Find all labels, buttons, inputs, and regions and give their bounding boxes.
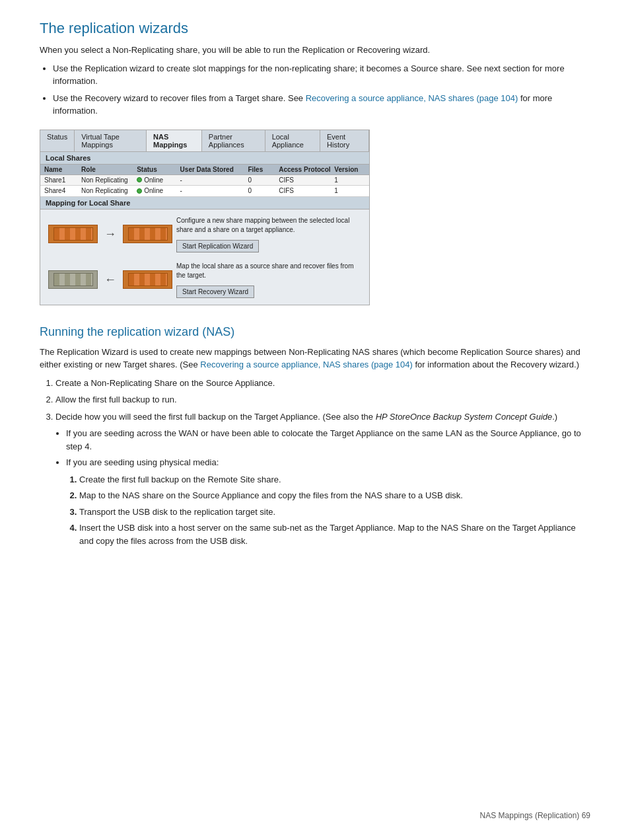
recovery-desc-area: Map the local share as a source share an… xyxy=(176,262,361,298)
col-header-role: Role xyxy=(81,166,137,173)
step3-sub-bullets: If you are seeding across the WAN or hav… xyxy=(66,427,590,547)
local-shares-label: Local Shares xyxy=(40,152,369,165)
physical-step-1: Create the first full backup on the Remo… xyxy=(79,473,590,486)
row1-data: - xyxy=(180,176,248,184)
tab-partner[interactable]: Partner Appliances xyxy=(202,130,265,151)
target-icon xyxy=(123,225,172,243)
replication-desc-text: Configure a new share mapping between th… xyxy=(176,216,361,235)
recovery-desc-text: Map the local share as a source share an… xyxy=(176,262,361,280)
bullet-1-text: Use the Replication wizard to create slo… xyxy=(53,63,565,87)
tab-local[interactable]: Local Appliance xyxy=(265,130,320,151)
row2-files: 0 xyxy=(248,187,279,195)
recovering-link-2[interactable]: Recovering a source appliance, NAS share… xyxy=(200,360,413,369)
start-recovery-wizard-button[interactable]: Start Recovery Wizard xyxy=(176,286,254,298)
tab-status[interactable]: Status xyxy=(40,130,75,151)
tab-bar: Status Virtual Tape Mappings NAS Mapping… xyxy=(40,130,369,152)
section2-title: Running the replication wizard (NAS) xyxy=(40,325,590,339)
mapping-label: Mapping for Local Share xyxy=(40,197,369,210)
bullet-1: Use the Replication wizard to create slo… xyxy=(53,62,590,88)
target-orange-stripe xyxy=(128,273,168,286)
row1-protocol: CIFS xyxy=(279,176,334,184)
source-block xyxy=(48,225,98,243)
row1-role: Non Replicating xyxy=(81,176,137,184)
tab-event-history[interactable]: Event History xyxy=(320,130,369,151)
table-row[interactable]: Share4 Non Replicating Online - 0 CIFS 1 xyxy=(40,186,369,197)
source-gray-stripe xyxy=(53,273,93,286)
mapping-section: → Configure a new share mapping between … xyxy=(40,210,369,305)
row1-files: 0 xyxy=(248,176,279,184)
col-header-protocol: Access Protocol xyxy=(279,166,334,173)
start-replication-wizard-button[interactable]: Start Replication Wizard xyxy=(176,240,259,252)
section2: Running the replication wizard (NAS) The… xyxy=(40,325,590,548)
step-3: Decide how you will seed the first full … xyxy=(55,410,590,548)
col-header-data: User Data Stored xyxy=(180,166,248,173)
steps-list: Create a Non-Replicating Share on the So… xyxy=(55,377,590,548)
bullet-2: Use the Recovery wizard to recover files… xyxy=(53,92,590,118)
source-gray-block xyxy=(48,270,98,289)
status-dot-1 xyxy=(137,177,142,182)
recovering-link-1[interactable]: Recovering a source appliance, NAS share… xyxy=(306,93,518,103)
row1-version: 1 xyxy=(334,176,365,184)
row2-data: - xyxy=(180,187,248,195)
physical-step-4: Insert the USB disk into a host server o… xyxy=(79,521,590,547)
physical-steps: Create the first full backup on the Remo… xyxy=(79,473,590,548)
status-dot-2 xyxy=(137,188,142,194)
row2-role: Non Replicating xyxy=(81,187,137,195)
section1-title: The replication wizards xyxy=(40,20,590,37)
row1-name: Share1 xyxy=(44,176,81,184)
bullet-2-before: Use the Recovery wizard to recover files… xyxy=(53,93,306,103)
row2-name: Share4 xyxy=(44,187,81,195)
col-header-name: Name xyxy=(44,166,81,173)
target-orange-block xyxy=(123,270,172,289)
sub-bullet-physical: If you are seeding using physical media:… xyxy=(66,456,590,547)
col-header-files: Files xyxy=(248,166,279,173)
row2-protocol: CIFS xyxy=(279,187,334,195)
tab-nas-mappings[interactable]: NAS Mappings xyxy=(147,130,202,151)
sub-bullet-wan: If you are seeding across the WAN or hav… xyxy=(66,427,590,453)
replication-mapping-row: → Configure a new share mapping between … xyxy=(48,216,361,252)
section1-bullets: Use the Replication wizard to create slo… xyxy=(53,62,590,118)
physical-step-2: Map to the NAS share on the Source Appli… xyxy=(79,489,590,502)
source-gray-icon xyxy=(48,270,98,289)
row2-status: Online xyxy=(137,187,180,195)
col-header-status: Status xyxy=(137,166,180,173)
row1-status: Online xyxy=(137,176,180,184)
source-icon xyxy=(48,225,98,243)
col-header-version: Version xyxy=(334,166,365,173)
tab-vt-mappings[interactable]: Virtual Tape Mappings xyxy=(75,130,147,151)
section2-intro: The Replication Wizard is used to create… xyxy=(40,346,590,371)
target-block xyxy=(123,225,172,243)
table-row[interactable]: Share1 Non Replicating Online - 0 CIFS 1 xyxy=(40,175,369,186)
section2-intro-after: for information about the Recovery wizar… xyxy=(413,360,579,369)
step-1: Create a Non-Replicating Share on the So… xyxy=(55,377,590,390)
step-2: Allow the first full backup to run. xyxy=(55,393,590,406)
section1-intro: When you select a Non-Replicating share,… xyxy=(40,44,590,57)
table-header: Name Role Status User Data Stored Files … xyxy=(40,165,369,175)
recovery-mapping-row: ← Map the local share as a source share … xyxy=(48,262,361,298)
target-stripe xyxy=(128,227,168,241)
replication-desc-area: Configure a new share mapping between th… xyxy=(176,216,361,252)
status-online-1: Online xyxy=(137,176,163,184)
status-online-2: Online xyxy=(137,187,163,194)
row2-version: 1 xyxy=(334,187,365,195)
physical-step-3: Transport the USB disk to the replicatio… xyxy=(79,506,590,519)
page-footer: NAS Mappings (Replication) 69 xyxy=(480,811,590,820)
arrow-right-icon: → xyxy=(104,227,116,241)
source-stripe xyxy=(53,227,93,241)
screenshot-container: Status Virtual Tape Mappings NAS Mapping… xyxy=(40,130,370,305)
arrow-left-icon: ← xyxy=(104,273,116,287)
target-orange-icon xyxy=(123,270,172,289)
